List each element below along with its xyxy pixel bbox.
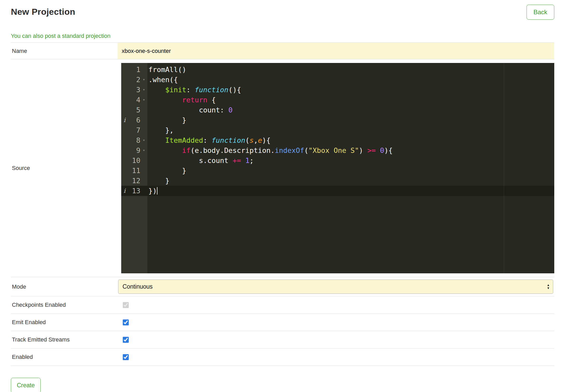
code-line[interactable]: 4▾ return { — [121, 95, 554, 105]
track-row: Track Emitted Streams — [11, 331, 554, 348]
info-icon: i — [121, 186, 128, 196]
create-button[interactable]: Create — [11, 378, 41, 392]
line-number: 7 — [128, 125, 140, 135]
info-icon — [121, 125, 128, 135]
code-text: } — [147, 166, 186, 176]
select-arrows-icon: ▲▼ — [547, 284, 550, 289]
mode-row: Mode Continuous ▲▼ — [11, 277, 554, 296]
line-number: 12 — [128, 176, 140, 186]
page-header: New Projection Back — [11, 5, 554, 20]
enabled-row: Enabled — [11, 348, 554, 366]
fold-icon — [140, 176, 147, 186]
fold-icon — [140, 65, 147, 75]
info-icon — [121, 135, 128, 145]
code-line[interactable]: 8▾ ItemAdded: function(s,e){ — [121, 135, 554, 145]
code-line[interactable]: 11 } — [121, 166, 554, 176]
code-text: } — [147, 176, 169, 186]
info-icon — [121, 145, 128, 155]
source-row: Source 1fromAll()2▾.when({3▾ $init: func… — [11, 59, 554, 277]
emit-checkbox[interactable] — [123, 319, 129, 325]
line-number: 11 — [128, 166, 140, 176]
line-number: 2 — [128, 75, 140, 85]
info-icon — [121, 85, 128, 95]
code-line[interactable]: 9▾ if(e.body.Description.indexOf("Xbox O… — [121, 145, 554, 155]
projection-form-table: Name Source 1fromAll()2▾.when({3▾ $init:… — [11, 42, 554, 366]
fold-icon — [140, 155, 147, 166]
code-line[interactable]: i13}) — [121, 186, 554, 196]
emit-label: Emit Enabled — [11, 314, 118, 331]
code-line[interactable]: 1fromAll() — [121, 65, 554, 75]
page-title: New Projection — [11, 7, 75, 17]
fold-icon — [140, 125, 147, 135]
line-number: 1 — [128, 65, 140, 75]
fold-icon — [140, 186, 147, 196]
mode-select-value: Continuous — [123, 283, 153, 290]
back-button[interactable]: Back — [527, 5, 554, 20]
line-number: 5 — [128, 105, 140, 115]
line-number: 8 — [128, 135, 140, 145]
info-icon — [121, 176, 128, 186]
line-number: 9 — [128, 145, 140, 155]
code-text: } — [147, 115, 186, 125]
fold-icon — [140, 115, 147, 125]
line-number: 3 — [128, 85, 140, 95]
mode-label: Mode — [11, 277, 118, 296]
checkpoints-checkbox — [123, 302, 129, 308]
editor-ruler — [504, 63, 504, 273]
source-code-editor[interactable]: 1fromAll()2▾.when({3▾ $init: function(){… — [121, 63, 554, 273]
emit-row: Emit Enabled — [11, 314, 554, 331]
enabled-label: Enabled — [11, 348, 118, 366]
checkpoints-label: Checkpoints Enabled — [11, 296, 118, 313]
code-line[interactable]: 2▾.when({ — [121, 75, 554, 85]
code-text: $init: function(){ — [147, 85, 241, 95]
standard-projection-link[interactable]: You can also post a standard projection — [11, 33, 110, 39]
track-checkbox[interactable] — [123, 337, 129, 343]
code-text: .when({ — [147, 75, 178, 85]
code-text: }, — [147, 125, 174, 135]
code-text: return { — [147, 95, 216, 105]
code-line[interactable]: 12 } — [121, 176, 554, 186]
fold-icon[interactable]: ▾ — [140, 85, 147, 95]
code-text: if(e.body.Description.indexOf("Xbox One … — [147, 145, 393, 155]
source-label: Source — [11, 59, 118, 277]
name-row: Name — [11, 43, 554, 59]
line-number: 6 — [128, 115, 140, 125]
code-text: }) — [147, 186, 157, 196]
code-line[interactable]: 10 s.count += 1; — [121, 155, 554, 166]
code-text: s.count += 1; — [147, 155, 254, 166]
fold-icon[interactable]: ▾ — [140, 75, 147, 85]
code-text: count: 0 — [147, 105, 233, 115]
info-icon — [121, 95, 128, 105]
code-line[interactable]: 5 count: 0 — [121, 105, 554, 115]
code-line[interactable]: 3▾ $init: function(){ — [121, 85, 554, 95]
mode-select[interactable]: Continuous ▲▼ — [118, 280, 553, 294]
code-line[interactable]: i6 } — [121, 115, 554, 125]
info-icon — [121, 166, 128, 176]
track-label: Track Emitted Streams — [11, 331, 118, 348]
code-line[interactable]: 7 }, — [121, 125, 554, 135]
fold-icon — [140, 166, 147, 176]
code-text: ItemAdded: function(s,e){ — [147, 135, 270, 145]
name-input[interactable] — [118, 43, 554, 59]
info-icon — [121, 65, 128, 75]
line-number: 4 — [128, 95, 140, 105]
code-text: fromAll() — [147, 65, 186, 75]
info-icon — [121, 75, 128, 85]
code-lines: 1fromAll()2▾.when({3▾ $init: function(){… — [121, 63, 554, 196]
line-number: 13 — [128, 186, 140, 196]
info-icon — [121, 155, 128, 166]
fold-icon[interactable]: ▾ — [140, 135, 147, 145]
fold-icon[interactable]: ▾ — [140, 145, 147, 155]
fold-icon[interactable]: ▾ — [140, 95, 147, 105]
new-projection-page: New Projection Back You can also post a … — [0, 0, 561, 392]
enabled-checkbox[interactable] — [123, 354, 129, 360]
fold-icon — [140, 105, 147, 115]
line-number: 10 — [128, 155, 140, 166]
checkpoints-row: Checkpoints Enabled — [11, 296, 554, 314]
info-icon: i — [121, 115, 128, 125]
info-icon — [121, 105, 128, 115]
name-label: Name — [11, 43, 118, 59]
text-cursor — [157, 187, 157, 195]
